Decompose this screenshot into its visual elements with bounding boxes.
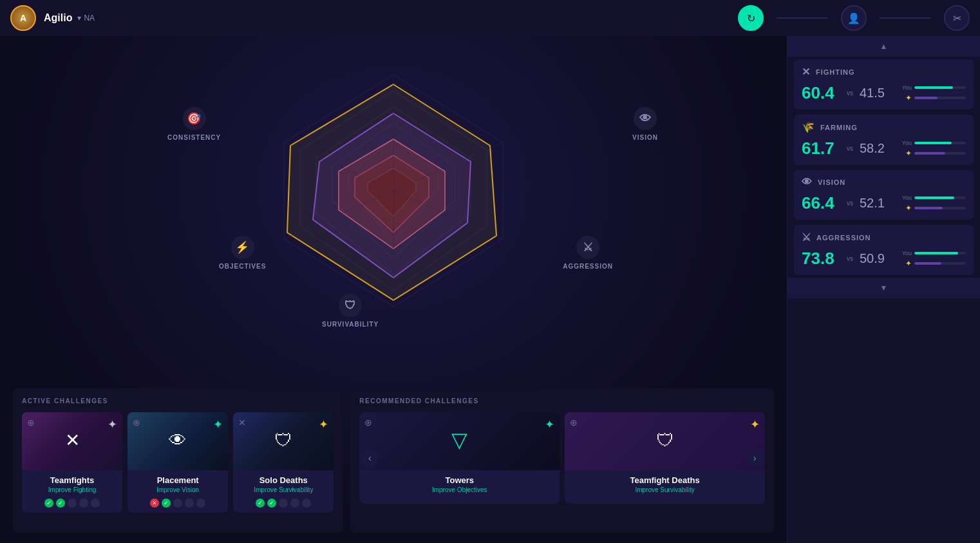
fighting-you-label: You [898,84,912,91]
dot-s2: ✓ [267,499,276,508]
card-subtitle-teamfight-deaths: Improve Survivability [570,486,760,493]
card-dots-solo: ✓ ✓ [238,499,328,508]
card-title-towers: Towers [364,475,554,485]
card-body-placement: Placement Improve Vision ✕ ✓ [127,470,228,513]
challenge-card-teamfight-deaths[interactable]: ⊕ ✦ 🛡 Teamfight Deaths Improve Survivabi… [565,412,765,504]
card-main-icon-teamfights: ✕ [65,430,80,451]
recommended-challenges-grid: ‹ ⊕ ✦ ▽ Towers Improve Objectives [359,412,765,504]
header-divider [777,17,828,19]
stat-card-fighting: ✕ FIGHTING 60.4 vs 41.5 You ✦ [794,59,974,110]
aggression-value: 73.8 [802,249,840,269]
radar-container: 🎯 CONSISTENCY 👁 VISION ⚡ OBJECTIVES ⚔ AG… [0,36,787,388]
vision-vs: vs [847,200,853,207]
challenge-card-solo-deaths[interactable]: ✕ ✦ 🛡 Solo Deaths Improve Survivability … [233,412,334,513]
stat-card-aggression: ⚔ AGGRESSION 73.8 vs 50.9 You ✦ [794,225,974,275]
scroll-up-button[interactable]: ▲ [787,36,980,57]
challenge-card-teamfights[interactable]: ⊕ ✦ ✕ Teamfights Improve Fighting ✓ ✓ [22,412,122,513]
card-badge-placement: ✦ [213,417,223,432]
card-body-teamfight-deaths: Teamfight Deaths Improve Survivability [565,470,765,504]
card-title-placement: Placement [133,475,223,485]
aggression-stat-icon: ⚔ [802,231,811,243]
card-bg-towers: ⊕ ✦ ▽ [359,412,560,470]
dot-p4 [185,499,194,508]
vision-opponent: 52.1 [860,196,885,211]
stat-body-farming: 61.7 vs 58.2 You ✦ [802,138,966,158]
vision-you-fill [914,196,954,199]
dot-p1: ✕ [150,499,159,508]
dot-4 [79,499,88,508]
farming-you-track [914,142,966,144]
dot-s5 [302,499,311,508]
card-main-icon-teamfight-deaths: 🛡 [656,430,674,451]
dot-p2: ✓ [162,499,171,508]
nav-arrow-left[interactable]: ‹ [361,449,379,467]
recommended-challenges-panel: RECOMMENDED CHALLENGES ‹ ⊕ ✦ ▽ Towers Im… [350,388,774,533]
stat-body-aggression: 73.8 vs 50.9 You ✦ [802,249,966,269]
refresh-button[interactable]: ↻ [738,5,764,31]
card-bg-solo: ✕ ✦ 🛡 [233,412,334,470]
fighting-vs: vs [847,90,853,97]
main-content: 🎯 CONSISTENCY 👁 VISION ⚡ OBJECTIVES ⚔ AG… [0,36,980,543]
farming-opp-bar-row: ✦ [905,149,966,158]
vision-label: VISION [818,178,845,186]
scroll-down-button[interactable]: ▼ [787,278,980,298]
card-corner-icon-teamfight-deaths: ⊕ [570,417,578,428]
farming-label: FARMING [820,124,858,131]
stat-header-fighting: ✕ FIGHTING [802,66,966,78]
card-title-solo: Solo Deaths [238,475,328,485]
fighting-opp-icon: ✦ [905,93,912,102]
card-corner-icon-towers: ⊕ [364,417,372,428]
card-badge-solo: ✦ [319,417,328,432]
card-badge-teamfight-deaths: ✦ [750,417,760,432]
vision-bars: You ✦ [898,195,966,213]
active-challenges-title: ACTIVE CHALLENGES [22,397,334,405]
aggression-bars: You ✦ [898,250,966,268]
card-body-towers: Towers Improve Objectives [359,470,560,504]
stat-header-aggression: ⚔ AGGRESSION [802,231,966,243]
aggression-you-fill [914,252,958,254]
vision-you-track [914,196,966,199]
radar-label-survivability: 🛡 SURVIVABILITY [322,294,379,328]
challenge-card-towers[interactable]: ⊕ ✦ ▽ Towers Improve Objectives [359,412,560,504]
card-body-teamfights: Teamfights Improve Fighting ✓ ✓ [22,470,122,513]
card-title-teamfights: Teamfights [27,475,117,485]
farming-opponent: 58.2 [860,141,885,156]
stat-card-vision: 👁 VISION 66.4 vs 52.1 You ✦ [794,170,974,220]
card-corner-icon-teamfights: ⊕ [27,417,35,428]
card-subtitle-solo: Improve Survivability [238,486,328,493]
farming-opp-fill [914,152,945,155]
aggression-opponent: 50.9 [860,251,885,266]
header-right: ↻ 👤 ✂ [738,5,970,31]
fighting-opp-track [914,97,966,99]
profile-button[interactable]: 👤 [841,5,867,31]
header: A Agilio ▾ NA ↻ 👤 ✂ [0,0,980,36]
recommended-challenges-title: RECOMMENDED CHALLENGES [359,397,765,405]
farming-you-bar-row: You [898,140,966,146]
header-divider-2 [880,17,931,19]
username: Agilio [44,12,72,24]
stat-body-fighting: 60.4 vs 41.5 You ✦ [802,83,966,103]
farming-you-fill [914,142,952,144]
dot-s4 [290,499,299,508]
active-challenges-grid: ⊕ ✦ ✕ Teamfights Improve Fighting ✓ ✓ [22,412,334,513]
farming-value: 61.7 [802,138,840,158]
fighting-you-bar-row: You [898,84,966,91]
card-dots-teamfights: ✓ ✓ [27,499,117,508]
card-title-teamfight-deaths: Teamfight Deaths [570,475,760,485]
dot-s3 [279,499,288,508]
card-bg-teamfights: ⊕ ✦ ✕ [22,412,122,470]
fighting-label: FIGHTING [816,68,855,76]
nav-arrow-right[interactable]: › [746,449,764,467]
dot-2: ✓ [56,499,65,508]
challenge-card-placement[interactable]: ⊕ ✦ 👁 Placement Improve Vision ✕ ✓ [127,412,228,513]
card-corner-icon-solo: ✕ [238,417,246,428]
stat-body-vision: 66.4 vs 52.1 You ✦ [802,193,966,213]
card-badge-teamfights: ✦ [108,417,117,432]
aggression-you-track [914,252,966,254]
region-label: NA [84,14,95,23]
fighting-opponent: 41.5 [860,86,885,100]
card-subtitle-placement: Improve Vision [133,486,223,493]
settings-button[interactable]: ✂ [944,5,970,31]
farming-vs: vs [847,145,853,152]
dot-5 [91,499,100,508]
